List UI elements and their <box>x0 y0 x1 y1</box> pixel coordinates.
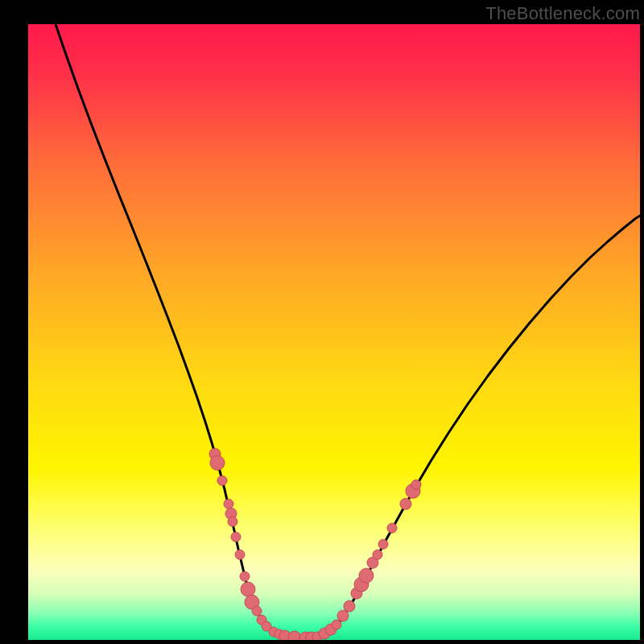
marker-point <box>344 601 355 612</box>
marker-point <box>359 568 374 583</box>
frame-right <box>640 0 644 644</box>
series-right-curve <box>302 216 640 639</box>
marker-point <box>240 572 250 581</box>
curve-layer <box>28 24 640 640</box>
plot-area <box>28 24 640 640</box>
marker-point <box>231 532 241 542</box>
marker-point <box>224 499 233 509</box>
marker-point <box>252 606 262 616</box>
marker-point <box>337 610 349 621</box>
marker-point <box>411 480 421 489</box>
chart-stage: TheBottleneck.com <box>0 0 644 644</box>
marker-point <box>373 550 382 559</box>
marker-point <box>228 517 237 526</box>
watermark-text: TheBottleneck.com <box>485 3 640 24</box>
series-left-curve <box>56 24 302 639</box>
marker-point <box>378 539 388 549</box>
marker-point <box>387 523 397 533</box>
marker-point <box>235 550 245 559</box>
marker-point <box>210 456 225 470</box>
marker-point <box>400 498 411 510</box>
marker-point <box>332 620 341 630</box>
frame-left <box>0 0 28 644</box>
frame-bottom <box>0 640 644 644</box>
marker-point <box>217 476 227 485</box>
marker-point <box>241 582 255 597</box>
